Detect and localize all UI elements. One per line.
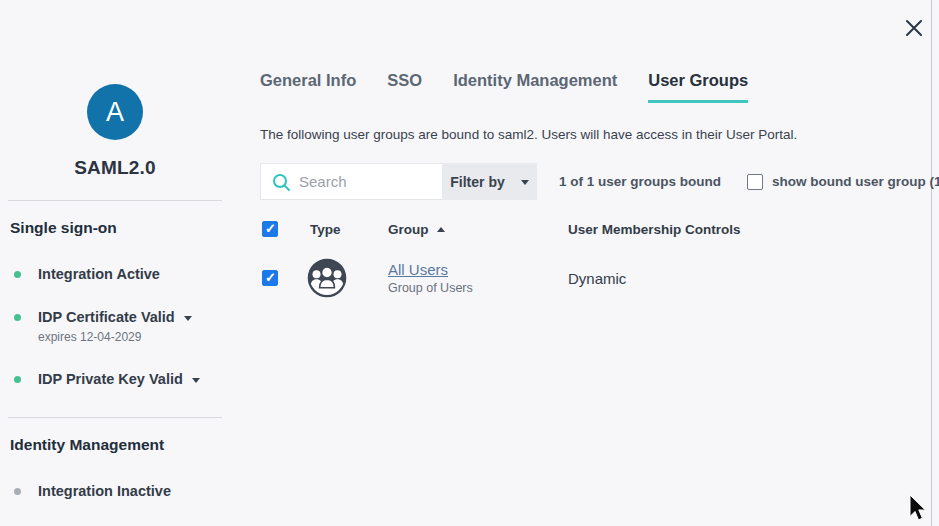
status-integration-inactive: Integration Inactive	[14, 483, 230, 499]
row-group-cell: All Users Group of Users	[388, 261, 568, 295]
search-icon	[272, 173, 291, 192]
status-label: IDP Private Key Valid	[38, 371, 183, 387]
tab-identity-management[interactable]: Identity Management	[453, 71, 617, 100]
bound-count-text: 1 of 1 user groups bound	[559, 174, 721, 189]
select-all-checkbox[interactable]	[262, 221, 278, 237]
sort-ascending-icon	[437, 227, 445, 232]
connector-title: SAML2.0	[0, 157, 230, 179]
user-group-icon	[306, 257, 348, 299]
avatar: A	[87, 84, 143, 140]
column-header-group[interactable]: Group	[388, 222, 568, 237]
mouse-cursor	[909, 495, 931, 526]
group-subtitle: Group of Users	[388, 281, 568, 295]
section-heading-sso: Single sign-on	[10, 219, 230, 237]
show-bound-label: show bound user group (1)	[772, 174, 939, 189]
tab-sso[interactable]: SSO	[387, 71, 422, 100]
show-bound-toggle[interactable]: show bound user group (1)	[747, 174, 939, 190]
tab-user-groups[interactable]: User Groups	[648, 71, 748, 103]
row-checkbox[interactable]	[262, 270, 278, 286]
status-label: IDP Certificate Valid	[38, 309, 175, 325]
sso-connector-panel: A SAML2.0 Single sign-on Integration Act…	[0, 0, 939, 526]
section-heading-identity-management: Identity Management	[10, 436, 230, 454]
status-dot-icon	[14, 314, 21, 321]
filter-by-label: Filter by	[450, 174, 504, 190]
group-name-link[interactable]: All Users	[388, 261, 448, 278]
status-label: Integration Inactive	[38, 483, 171, 499]
table-row[interactable]: All Users Group of Users Dynamic	[260, 248, 920, 308]
row-select-cell	[260, 270, 306, 286]
status-idp-private-key[interactable]: IDP Private Key Valid	[14, 371, 230, 387]
status-integration-active: Integration Active	[14, 266, 230, 282]
chevron-down-icon[interactable]	[192, 378, 200, 383]
search-box	[260, 163, 442, 200]
status-dot-icon	[14, 488, 21, 495]
status-label: Integration Active	[38, 266, 160, 282]
select-all-cell	[260, 221, 306, 237]
table-toolbar: Filter by 1 of 1 user groups bound show …	[260, 163, 920, 200]
certificate-expiry-text: expires 12-04-2029	[38, 330, 230, 344]
chevron-down-icon	[521, 180, 529, 185]
status-dot-icon	[14, 271, 21, 278]
column-header-type[interactable]: Type	[306, 222, 388, 237]
column-header-group-label: Group	[388, 222, 429, 237]
filter-by-button[interactable]: Filter by	[442, 163, 537, 200]
search-filter-group: Filter by	[260, 163, 537, 200]
column-header-membership[interactable]: User Membership Controls	[568, 222, 920, 237]
status-idp-certificate[interactable]: IDP Certificate Valid	[14, 309, 230, 325]
sidebar-divider	[8, 200, 222, 201]
sidebar-divider	[8, 417, 222, 418]
binding-description: The following user groups are bound to s…	[260, 127, 920, 142]
tab-bar: General Info SSO Identity Management Use…	[260, 71, 920, 103]
tab-general-info[interactable]: General Info	[260, 71, 356, 100]
status-dot-icon	[14, 376, 21, 383]
row-membership-cell: Dynamic	[568, 270, 920, 287]
connector-summary-sidebar: A SAML2.0 Single sign-on Integration Act…	[0, 0, 230, 526]
avatar-letter: A	[106, 97, 124, 128]
window-edge-divider	[931, 0, 932, 526]
user-groups-panel: General Info SSO Identity Management Use…	[260, 0, 920, 308]
table-header-row: Type Group User Membership Controls	[260, 214, 920, 244]
chevron-down-icon[interactable]	[184, 316, 192, 321]
show-bound-checkbox[interactable]	[747, 174, 763, 190]
row-type-cell	[306, 257, 388, 299]
